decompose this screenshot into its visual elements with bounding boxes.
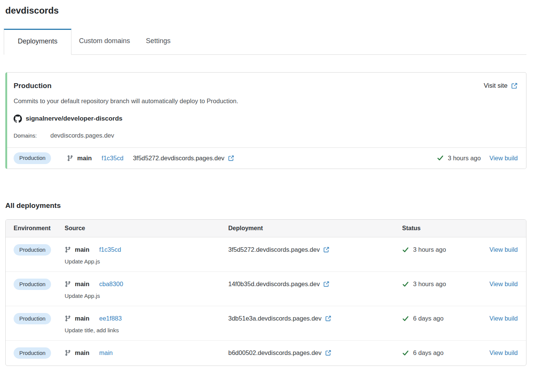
domains-value: devdiscords.pages.dev bbox=[50, 132, 114, 139]
view-build-link[interactable]: View build bbox=[489, 244, 518, 256]
column-header-deployment: Deployment bbox=[228, 225, 402, 232]
deployment-url: 3f5d5272.devdiscords.pages.dev bbox=[228, 246, 320, 253]
commit-message: Update App.js bbox=[65, 293, 228, 299]
tab-settings[interactable]: Settings bbox=[146, 29, 170, 54]
column-header-status: Status bbox=[402, 225, 518, 232]
repo-link[interactable]: signalnerve/developer-discords bbox=[14, 115, 518, 123]
tab-bar: Deployments Custom domains Settings bbox=[4, 29, 526, 55]
production-description: Commits to your default repository branc… bbox=[14, 98, 518, 105]
external-link-icon[interactable] bbox=[228, 155, 234, 161]
view-build-link[interactable]: View build bbox=[489, 313, 518, 324]
status-time: 6 days ago bbox=[413, 349, 444, 356]
domains-label: Domains: bbox=[14, 133, 37, 139]
commit-link[interactable]: ee1f883 bbox=[99, 315, 122, 322]
status-time: 3 hours ago bbox=[448, 155, 481, 162]
status-success-icon bbox=[402, 246, 409, 253]
production-card: Production Visit site Commits to your de… bbox=[5, 72, 526, 169]
view-build-link[interactable]: View build bbox=[489, 155, 518, 162]
commit-message: Update App.js bbox=[65, 258, 228, 265]
status-time: 3 hours ago bbox=[413, 280, 446, 288]
environment-badge: Production bbox=[14, 347, 51, 359]
external-link-icon[interactable] bbox=[323, 246, 330, 253]
git-branch-icon bbox=[65, 350, 71, 356]
repo-name: signalnerve/developer-discords bbox=[26, 115, 122, 122]
table-row: Production main ee1f883 Update title, ad… bbox=[6, 306, 526, 341]
branch-name: main bbox=[77, 155, 92, 162]
git-branch-icon bbox=[65, 315, 71, 322]
external-link-icon bbox=[511, 82, 518, 89]
external-link-icon[interactable] bbox=[325, 315, 331, 322]
status-success-icon bbox=[402, 281, 409, 288]
external-link-icon[interactable] bbox=[325, 350, 331, 356]
table-row: Production main main b6d00502.devdiscord… bbox=[6, 341, 526, 366]
tab-custom-domains[interactable]: Custom domains bbox=[79, 29, 130, 54]
all-deployments-heading: All deployments bbox=[5, 201, 526, 210]
commit-link[interactable]: main bbox=[99, 349, 113, 356]
deployment-url: 3f5d5272.devdiscords.pages.dev bbox=[133, 155, 224, 162]
deployment-url: b6d00502.devdiscords.pages.dev bbox=[228, 349, 322, 356]
view-build-link[interactable]: View build bbox=[489, 347, 518, 359]
external-link-icon[interactable] bbox=[323, 281, 330, 287]
production-deployment-row: Production main f1c35cd 3f5d5272.devdisc… bbox=[7, 147, 526, 169]
github-icon bbox=[14, 115, 22, 123]
pages-project-page: devdiscords Deployments Custom domains S… bbox=[0, 0, 534, 366]
environment-badge: Production bbox=[14, 313, 51, 325]
status-time: 6 days ago bbox=[413, 315, 444, 322]
status-success-icon bbox=[402, 350, 409, 356]
git-branch-icon bbox=[65, 246, 71, 253]
column-header-environment: Environment bbox=[14, 225, 65, 232]
deployment-url: 3db51e3a.devdiscords.pages.dev bbox=[228, 315, 322, 322]
commit-message: Update title, add links bbox=[65, 327, 228, 333]
view-build-link[interactable]: View build bbox=[489, 279, 518, 290]
table-header-row: Environment Source Deployment Status bbox=[6, 220, 526, 237]
branch-name: main bbox=[75, 246, 90, 253]
column-header-source: Source bbox=[65, 225, 228, 232]
environment-badge: Production bbox=[14, 244, 51, 256]
visit-site-link[interactable]: Visit site bbox=[484, 82, 518, 90]
visit-site-label: Visit site bbox=[484, 82, 508, 90]
status-success-icon bbox=[402, 315, 409, 322]
commit-link[interactable]: cba8300 bbox=[99, 280, 123, 288]
status-time: 3 hours ago bbox=[413, 246, 446, 253]
commit-link[interactable]: f1c35cd bbox=[102, 155, 124, 162]
git-branch-icon bbox=[67, 155, 73, 161]
table-row: Production main f1c35cd Update App.js 3f… bbox=[6, 237, 526, 272]
tab-deployments[interactable]: Deployments bbox=[4, 29, 71, 55]
status-success-icon bbox=[437, 155, 444, 161]
branch-name: main bbox=[75, 315, 90, 322]
production-card-title: Production bbox=[14, 82, 51, 90]
commit-link[interactable]: f1c35cd bbox=[99, 246, 121, 253]
page-title: devdiscords bbox=[5, 5, 526, 16]
domains-row: Domains: devdiscords.pages.dev bbox=[14, 132, 518, 139]
git-branch-icon bbox=[65, 281, 71, 287]
environment-badge: Production bbox=[14, 152, 51, 164]
deployment-url: 14f0b35d.devdiscords.pages.dev bbox=[228, 280, 320, 288]
environment-badge: Production bbox=[14, 279, 51, 290]
table-row: Production main cba8300 Update App.js 14… bbox=[6, 272, 526, 306]
deployments-table: Environment Source Deployment Status Pro… bbox=[5, 219, 526, 366]
branch-name: main bbox=[75, 349, 90, 356]
branch-name: main bbox=[75, 280, 90, 288]
